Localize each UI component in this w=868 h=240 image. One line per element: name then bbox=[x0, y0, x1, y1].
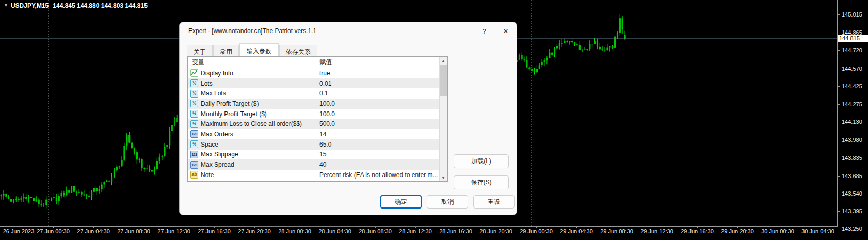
table-scrollbar[interactable]: ▲ ▼ bbox=[439, 57, 447, 181]
price-tick bbox=[837, 229, 840, 229]
param-name-cell: abNote bbox=[188, 170, 315, 180]
cancel-button[interactable]: 取消 bbox=[427, 195, 468, 209]
load-button[interactable]: 加载(L) bbox=[454, 154, 509, 168]
price-tick bbox=[837, 69, 840, 69]
time-axis-label: 27 Jun 20:30 bbox=[238, 228, 271, 234]
param-row[interactable]: ½Monthly Profit Target ($)100.0 bbox=[188, 109, 440, 119]
param-row[interactable]: 123Max Slippage15 bbox=[188, 150, 440, 160]
time-tick bbox=[375, 226, 376, 228]
param-value[interactable]: 15 bbox=[315, 151, 440, 158]
price-tick bbox=[837, 194, 840, 194]
param-value[interactable]: 100.0 bbox=[315, 100, 440, 107]
time-axis-label: 26 Jun 2023 bbox=[3, 228, 35, 234]
chevron-down-icon[interactable]: ▼ bbox=[4, 3, 8, 8]
param-name-cell: 123Max Slippage bbox=[188, 150, 315, 160]
ok-button[interactable]: 确定 bbox=[380, 195, 422, 209]
time-tick bbox=[697, 226, 698, 228]
param-name: Max Slippage bbox=[201, 151, 238, 158]
price-axis-label: 145.015 bbox=[842, 11, 862, 18]
mt4-chart-window: ▼USDJPY,M15144.845 144.880 144.803 144.8… bbox=[0, 0, 868, 240]
price-axis-label: 144.275 bbox=[842, 101, 862, 107]
time-axis-label: 29 Jun 08:30 bbox=[600, 228, 633, 234]
time-axis-label: 28 Jun 04:30 bbox=[318, 228, 351, 234]
time-axis-label: 29 Jun 00:30 bbox=[520, 228, 553, 234]
dialog-title: Expert - [www.notandor.cn]The Patriot ve… bbox=[188, 27, 473, 35]
time-axis-label: 28 Jun 08:30 bbox=[359, 228, 392, 234]
param-name: Max Orders bbox=[201, 131, 233, 138]
time-axis-label: 30 Jun 04:30 bbox=[801, 228, 834, 234]
integer-icon: 123 bbox=[190, 130, 198, 138]
price-axis-label: 143.395 bbox=[842, 208, 862, 214]
param-name: Note bbox=[201, 171, 214, 179]
price-axis-label: 144.720 bbox=[842, 47, 862, 53]
param-value[interactable]: 100.0 bbox=[315, 110, 440, 118]
parameters-table: 变量 赋值 Display Infotrue½Lots0.01½Max Lots… bbox=[187, 56, 448, 182]
price-axis-label: 144.570 bbox=[842, 66, 862, 72]
close-icon[interactable]: ✕ bbox=[495, 23, 517, 39]
double-icon: ½ bbox=[190, 90, 198, 98]
param-row[interactable]: ½Maximum Loss to Close all order($$)500.… bbox=[188, 119, 440, 129]
time-axis-label: 28 Jun 00:30 bbox=[278, 228, 311, 234]
time-axis-label: 29 Jun 04:30 bbox=[560, 228, 593, 234]
time-axis-label: 27 Jun 04:30 bbox=[77, 228, 110, 234]
price-axis-label: 144.130 bbox=[842, 119, 862, 125]
column-header-variable: 变量 bbox=[188, 57, 315, 68]
time-axis-label: 27 Jun 00:30 bbox=[37, 228, 70, 234]
price-tick bbox=[837, 86, 840, 87]
param-row[interactable]: ½Lots0.01 bbox=[188, 78, 440, 89]
help-button[interactable]: ? bbox=[473, 23, 495, 39]
column-header-value: 赋值 bbox=[315, 57, 440, 68]
price-tick bbox=[837, 158, 840, 158]
param-value[interactable]: true bbox=[315, 70, 440, 77]
time-tick bbox=[617, 226, 617, 228]
param-name: Space bbox=[201, 141, 218, 148]
ohlc-values: 144.845 144.880 144.803 144.815 bbox=[53, 2, 148, 9]
save-button[interactable]: 保存(S) bbox=[454, 175, 509, 189]
param-value[interactable]: Percent risk (EA is not allowed to enter… bbox=[315, 171, 440, 179]
integer-icon: 123 bbox=[190, 161, 198, 169]
param-value[interactable]: 0.1 bbox=[315, 90, 440, 97]
param-name-cell: ½Daily Profit Target ($) bbox=[188, 99, 315, 109]
price-tick bbox=[837, 122, 840, 122]
param-row[interactable]: Display Infotrue bbox=[188, 68, 440, 78]
param-value[interactable]: 14 bbox=[315, 131, 440, 138]
scroll-up-icon[interactable]: ▲ bbox=[440, 57, 447, 64]
param-row[interactable]: ½Daily Profit Target ($)100.0 bbox=[188, 99, 440, 109]
param-row[interactable]: 123Max Spread40 bbox=[188, 159, 440, 170]
double-icon: ½ bbox=[190, 140, 198, 148]
param-row[interactable]: abNotePercent risk (EA is not allowed to… bbox=[188, 170, 440, 180]
param-name: Display Info bbox=[201, 70, 233, 77]
param-row[interactable]: ½Max Lots0.1 bbox=[188, 88, 440, 99]
param-value[interactable]: 500.0 bbox=[315, 120, 440, 127]
scroll-down-icon[interactable]: ▼ bbox=[440, 174, 447, 181]
param-row[interactable]: ½Space65.0 bbox=[188, 139, 440, 150]
current-price-badge: 144.815 bbox=[838, 35, 868, 42]
price-axis[interactable]: 144.815 145.015144.865144.720144.570144.… bbox=[837, 0, 868, 240]
time-tick bbox=[19, 226, 19, 228]
dialog-titlebar[interactable]: Expert - [www.notandor.cn]The Patriot ve… bbox=[180, 22, 517, 40]
param-name: Max Lots bbox=[201, 90, 226, 97]
time-axis-label: 28 Jun 16:30 bbox=[439, 228, 472, 234]
time-tick bbox=[496, 226, 496, 228]
time-tick bbox=[657, 226, 657, 228]
param-name: Monthly Profit Target ($) bbox=[201, 110, 267, 118]
reset-button[interactable]: 重设 bbox=[473, 195, 515, 209]
time-tick bbox=[778, 226, 778, 228]
time-axis[interactable]: 26 Jun 202327 Jun 00:3027 Jun 04:3027 Ju… bbox=[0, 226, 837, 240]
time-tick bbox=[134, 226, 134, 228]
param-name-cell: 123Max Orders bbox=[188, 129, 315, 139]
time-axis-label: 29 Jun 16:30 bbox=[681, 228, 714, 234]
time-tick bbox=[335, 226, 335, 228]
param-value[interactable]: 0.01 bbox=[315, 80, 440, 87]
table-body: Display Infotrue½Lots0.01½Max Lots0.1½Da… bbox=[188, 68, 440, 180]
time-tick bbox=[818, 226, 818, 228]
time-axis-label: 27 Jun 12:30 bbox=[157, 228, 190, 234]
price-tick bbox=[837, 176, 840, 177]
param-value[interactable]: 65.0 bbox=[315, 141, 440, 148]
price-axis-label: 143.835 bbox=[842, 155, 862, 161]
scrollbar-thumb[interactable] bbox=[440, 65, 447, 96]
param-row[interactable]: 123Max Orders14 bbox=[188, 129, 440, 139]
param-value[interactable]: 40 bbox=[315, 161, 440, 168]
price-tick bbox=[837, 211, 840, 212]
time-tick bbox=[295, 226, 295, 228]
